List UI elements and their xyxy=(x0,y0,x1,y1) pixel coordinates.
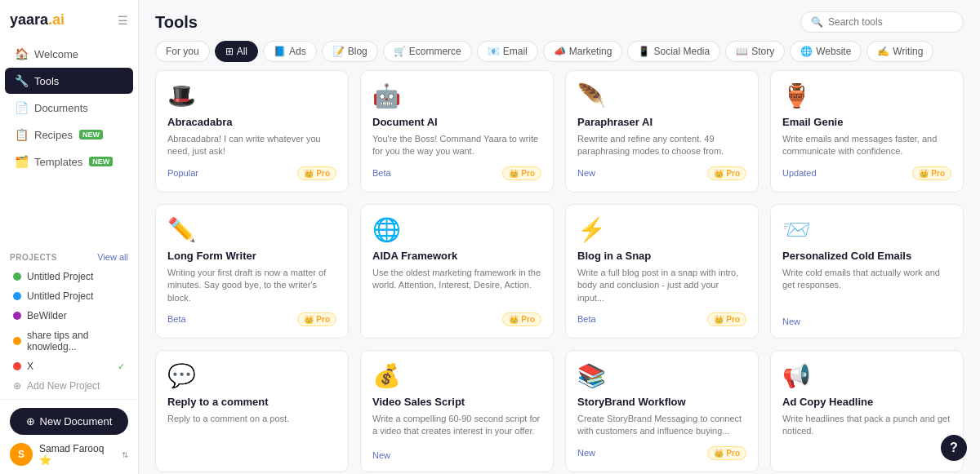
tool-footer: Beta 👑 Pro xyxy=(167,312,336,326)
tools-grid: 🎩 Abracadabra Abracadabra! I can write w… xyxy=(155,70,964,474)
filter-label: Email xyxy=(503,46,528,57)
sidebar-item-tools[interactable]: 🔧 Tools xyxy=(5,68,133,94)
filter-icon: 🛒 xyxy=(394,46,406,57)
tool-desc: Write emails and messages faster, and co… xyxy=(782,133,951,158)
pro-badge: 👑 Pro xyxy=(707,312,746,326)
tool-name: StoryBrand Workflow xyxy=(577,396,746,408)
tool-card[interactable]: 💰 Video Sales Script Write a compelling … xyxy=(360,350,554,472)
filter-chip-ecommerce[interactable]: 🛒Ecommerce xyxy=(383,41,472,62)
tool-tag: Beta xyxy=(577,314,596,324)
filter-chip-email[interactable]: 📧Email xyxy=(477,41,538,62)
tool-card[interactable]: 📢 Ad Copy Headline Write headlines that … xyxy=(770,350,964,472)
chevron-up-down-icon: ⇅ xyxy=(122,450,128,459)
logo-text: yaara.ai xyxy=(10,11,65,29)
tool-card[interactable]: 🎩 Abracadabra Abracadabra! I can write w… xyxy=(155,70,349,193)
project-name: X xyxy=(27,361,33,372)
projects-list: Untitled Project Untitled Project BeWild… xyxy=(10,267,128,376)
filter-chip-website[interactable]: 🌐Website xyxy=(790,41,862,62)
pro-badge: 👑 Pro xyxy=(707,446,746,460)
add-project-button[interactable]: ⊕ Add New Project xyxy=(10,376,128,396)
avatar: S xyxy=(10,443,33,466)
search-box[interactable]: 🔍 xyxy=(800,11,964,33)
tool-desc: Writing your first draft is now a matter… xyxy=(167,267,336,304)
project-dot xyxy=(13,337,21,345)
filter-icon: ⊞ xyxy=(225,46,234,57)
tool-name: Long Form Writer xyxy=(167,250,336,262)
tool-footer: New xyxy=(372,450,541,460)
filter-icon: 📱 xyxy=(638,46,650,57)
tool-tag: Popular xyxy=(167,168,198,178)
crown-icon: 👑 xyxy=(919,169,929,178)
filter-label: Ecommerce xyxy=(409,46,461,57)
tool-name: Reply to a comment xyxy=(167,396,336,408)
projects-section: PROJECTS View all Untitled Project Untit… xyxy=(0,246,138,399)
tool-tag: Updated xyxy=(782,168,817,178)
tool-footer: 👑 Pro xyxy=(372,312,541,326)
tool-card[interactable]: 📚 StoryBrand Workflow Create StoryBrand … xyxy=(565,350,759,472)
templates-badge: NEW xyxy=(89,157,113,166)
tool-desc: Use the oldest marketing framework in th… xyxy=(372,267,541,304)
filter-chip-story[interactable]: 📖Story xyxy=(725,41,785,62)
search-icon: 🔍 xyxy=(811,16,823,28)
project-item[interactable]: share tips and knowledg... xyxy=(10,326,128,357)
crown-icon: 👑 xyxy=(304,169,314,178)
view-all-link[interactable]: View all xyxy=(97,252,128,262)
search-input[interactable] xyxy=(828,16,953,28)
tool-card[interactable]: 🌐 AIDA Framework Use the oldest marketin… xyxy=(360,204,554,339)
filter-chip-for-you[interactable]: For you xyxy=(155,41,210,62)
filter-icon: ✍️ xyxy=(877,46,889,57)
tool-desc: Write a compelling 60-90 second script f… xyxy=(372,413,541,442)
user-row[interactable]: S Samad Farooq ⭐ ⇅ xyxy=(10,443,128,466)
plus-circle-icon: ⊕ xyxy=(26,415,35,427)
tool-card[interactable]: 🏺 Email Genie Write emails and messages … xyxy=(770,70,964,193)
crown-icon: 👑 xyxy=(714,449,724,458)
tool-card[interactable]: 🪶 Paraphraser AI Rewrite and refine any … xyxy=(565,70,759,193)
tool-card[interactable]: 💬 Reply to a comment Reply to a comment … xyxy=(155,350,349,472)
sidebar-item-templates[interactable]: 🗂️ Templates NEW xyxy=(5,148,133,175)
tool-footer: New xyxy=(782,317,951,326)
pro-badge: 👑 Pro xyxy=(502,166,541,180)
filter-chip-ads[interactable]: 📘Ads xyxy=(263,41,317,62)
sidebar-item-documents[interactable]: 📄 Documents xyxy=(5,95,133,121)
filter-chip-blog[interactable]: 📝Blog xyxy=(322,41,378,62)
filter-icon: 📣 xyxy=(554,46,566,57)
crown-icon: 👑 xyxy=(509,315,519,324)
project-dot xyxy=(13,312,21,320)
documents-icon: 📄 xyxy=(15,101,28,114)
project-dot xyxy=(13,292,21,300)
project-name: Untitled Project xyxy=(27,290,93,302)
tool-icon: 🪶 xyxy=(577,82,746,109)
tool-desc: Write cold emails that actually work and… xyxy=(782,267,951,308)
sidebar-item-recipes[interactable]: 📋 Recipes NEW xyxy=(5,122,133,148)
tool-desc: Reply to a comment on a post. xyxy=(167,413,336,452)
projects-label: PROJECTS xyxy=(10,253,57,262)
tool-tag: New xyxy=(577,448,595,458)
menu-icon[interactable]: ☰ xyxy=(118,14,128,27)
project-item[interactable]: X ✓ xyxy=(10,357,128,376)
crown-icon: 👑 xyxy=(714,315,724,324)
project-item[interactable]: Untitled Project xyxy=(10,267,128,286)
main-header: Tools 🔍 xyxy=(139,0,980,41)
filter-chip-social-media[interactable]: 📱Social Media xyxy=(627,41,720,62)
new-document-button[interactable]: ⊕ New Document xyxy=(10,408,128,435)
filter-chip-marketing[interactable]: 📣Marketing xyxy=(543,41,623,62)
filter-chip-all[interactable]: ⊞All xyxy=(215,41,258,62)
tool-card[interactable]: 🤖 Document AI You're the Boss! Command Y… xyxy=(360,70,554,193)
filter-label: Writing xyxy=(893,46,923,57)
pro-badge: 👑 Pro xyxy=(502,312,541,326)
filter-chip-writing[interactable]: ✍️Writing xyxy=(866,41,933,62)
tool-card[interactable]: 📨 Personalized Cold Emails Write cold em… xyxy=(770,204,964,339)
help-button[interactable]: ? xyxy=(941,435,967,461)
tool-name: Personalized Cold Emails xyxy=(782,250,951,262)
filter-icon: 📖 xyxy=(736,46,748,57)
tool-card[interactable]: ✏️ Long Form Writer Writing your first d… xyxy=(155,204,349,339)
filter-label: All xyxy=(237,46,247,57)
tool-card[interactable]: ⚡ Blog in a Snap Write a full blog post … xyxy=(565,204,759,339)
filter-icon: 🌐 xyxy=(800,46,813,57)
sidebar: yaara.ai ☰ 🏠 Welcome 🔧 Tools 📄 Documents… xyxy=(0,0,139,474)
project-item[interactable]: Untitled Project xyxy=(10,286,128,306)
project-name: Untitled Project xyxy=(27,271,93,282)
tool-icon: 💬 xyxy=(167,362,336,389)
sidebar-item-welcome[interactable]: 🏠 Welcome xyxy=(5,41,133,67)
project-item[interactable]: BeWilder xyxy=(10,306,128,326)
